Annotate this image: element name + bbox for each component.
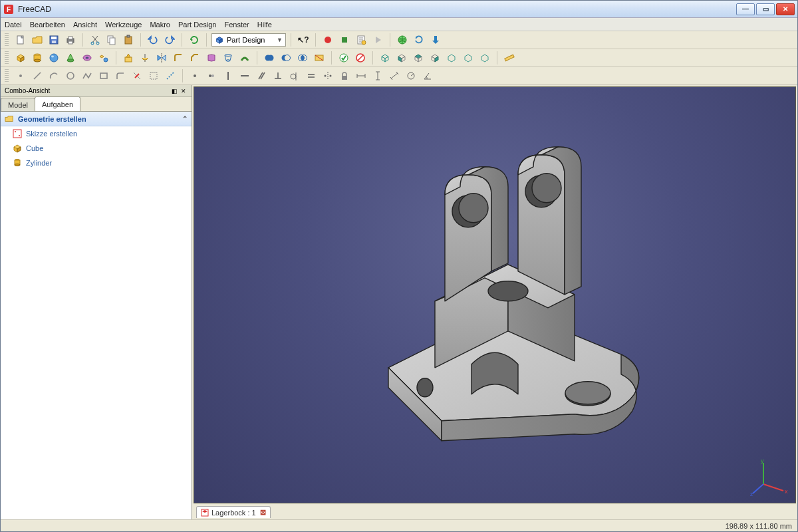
- collapse-icon[interactable]: ⌃: [182, 115, 188, 122]
- part-sweep-button[interactable]: [237, 51, 252, 65]
- macro-record-button[interactable]: [321, 33, 335, 47]
- sketch-construction-button[interactable]: [163, 68, 178, 83]
- constrain-equal-button[interactable]: [304, 68, 319, 83]
- open-file-button[interactable]: [30, 33, 45, 47]
- sketch-polyline-button[interactable]: [80, 68, 94, 83]
- menu-datei[interactable]: Datei: [5, 21, 22, 29]
- menu-ansicht[interactable]: Ansicht: [73, 21, 97, 29]
- 3d-viewport[interactable]: x y z: [194, 86, 796, 503]
- constrain-dist-button[interactable]: [387, 68, 402, 83]
- undo-button[interactable]: [146, 33, 160, 47]
- task-item-zylinder[interactable]: Zylinder: [1, 156, 192, 170]
- no-access-icon[interactable]: [353, 51, 368, 65]
- constrain-radius-button[interactable]: [404, 68, 418, 83]
- sketch-line-button[interactable]: [30, 68, 45, 83]
- toolbar-grip-icon[interactable]: [5, 69, 9, 82]
- constrain-hdist-button[interactable]: [354, 68, 368, 83]
- constrain-point-button[interactable]: [188, 68, 202, 83]
- tab-close-icon[interactable]: ⊠: [260, 508, 266, 517]
- macro-list-button[interactable]: [354, 33, 368, 47]
- boolean-cut-button[interactable]: [279, 51, 293, 65]
- part-primitives-button[interactable]: [96, 51, 111, 65]
- minimize-button[interactable]: —: [736, 3, 755, 15]
- tab-model[interactable]: Model: [1, 98, 35, 111]
- constrain-lock-button[interactable]: [337, 68, 352, 83]
- constrain-perpendicular-button[interactable]: [271, 68, 285, 83]
- check-geometry-button[interactable]: [336, 51, 351, 65]
- part-cone-button[interactable]: [63, 51, 78, 65]
- constrain-tangent-button[interactable]: [287, 68, 302, 83]
- paste-button[interactable]: [121, 33, 136, 47]
- part-revolve-button[interactable]: [138, 51, 152, 65]
- toolbar-grip-icon[interactable]: [5, 51, 9, 65]
- toolbar-grip-icon[interactable]: [5, 33, 9, 47]
- panel-title[interactable]: Combo-Ansicht ◧ ✕: [1, 85, 192, 97]
- part-loft-button[interactable]: [221, 51, 235, 65]
- menu-hilfe[interactable]: Hilfe: [257, 21, 272, 29]
- part-ruled-button[interactable]: [204, 51, 219, 65]
- menu-werkzeuge[interactable]: Werkzeuge: [105, 21, 142, 29]
- menu-makro[interactable]: Makro: [150, 21, 170, 29]
- view-right-button[interactable]: [428, 51, 442, 65]
- measure-button[interactable]: [502, 51, 517, 65]
- constrain-vertical-button[interactable]: [221, 68, 235, 83]
- maximize-button[interactable]: ▭: [756, 3, 775, 15]
- sketch-rectangle-button[interactable]: [96, 68, 111, 83]
- task-item-cube[interactable]: Cube: [1, 141, 192, 156]
- titlebar[interactable]: F FreeCAD — ▭ ✕: [1, 1, 797, 18]
- new-file-button[interactable]: [13, 33, 28, 47]
- sketch-point-button[interactable]: [13, 68, 28, 83]
- constrain-angle-button[interactable]: [420, 68, 435, 83]
- constrain-parallel-button[interactable]: [254, 68, 269, 83]
- task-item-sketch[interactable]: Skizze erstellen: [1, 126, 192, 141]
- undock-icon[interactable]: ◧: [170, 87, 178, 95]
- part-torus-button[interactable]: [80, 51, 94, 65]
- boolean-section-button[interactable]: [312, 51, 327, 65]
- menu-partdesign[interactable]: Part Design: [178, 21, 216, 29]
- refresh-button[interactable]: [187, 33, 201, 47]
- close-button[interactable]: ✕: [776, 3, 795, 15]
- tab-aufgaben[interactable]: Aufgaben: [35, 96, 80, 111]
- document-tab[interactable]: Lagerbock : 1 ⊠: [196, 506, 271, 518]
- sketch-trim-button[interactable]: [130, 68, 144, 83]
- web-refresh-button[interactable]: [412, 33, 426, 47]
- whats-this-button[interactable]: ↖?: [296, 33, 311, 47]
- part-box-button[interactable]: [13, 51, 28, 65]
- menu-fenster[interactable]: Fenster: [224, 21, 249, 29]
- boolean-common-button[interactable]: [295, 51, 310, 65]
- view-front-button[interactable]: [394, 51, 409, 65]
- view-bottom-button[interactable]: [461, 51, 475, 65]
- view-left-button[interactable]: [477, 51, 492, 65]
- constrain-horizontal-button[interactable]: [237, 68, 252, 83]
- part-sphere-button[interactable]: [47, 51, 61, 65]
- sketch-arc-button[interactable]: [47, 68, 61, 83]
- copy-button[interactable]: [104, 33, 119, 47]
- sketch-fillet-button[interactable]: [113, 68, 128, 83]
- axis-indicator[interactable]: x y z: [750, 458, 790, 497]
- sketch-external-button[interactable]: [146, 68, 161, 83]
- view-iso-button[interactable]: [378, 51, 392, 65]
- constrain-coincident-button[interactable]: [204, 68, 219, 83]
- print-button[interactable]: [63, 33, 78, 47]
- task-header[interactable]: Geometrie erstellen ⌃: [1, 112, 192, 126]
- part-mirror-button[interactable]: [154, 51, 169, 65]
- cut-button[interactable]: [88, 33, 102, 47]
- sketch-circle-button[interactable]: [63, 68, 78, 83]
- view-back-button[interactable]: [444, 51, 459, 65]
- constrain-vdist-button[interactable]: [370, 68, 385, 83]
- boolean-union-button[interactable]: [262, 51, 277, 65]
- menu-bearbeiten[interactable]: Bearbeiten: [30, 21, 65, 29]
- macro-stop-button[interactable]: [337, 33, 352, 47]
- redo-button[interactable]: [162, 33, 177, 47]
- web-home-button[interactable]: [395, 33, 410, 47]
- panel-close-icon[interactable]: ✕: [180, 87, 188, 95]
- download-button[interactable]: [428, 33, 443, 47]
- save-button[interactable]: [47, 33, 61, 47]
- part-fillet-button[interactable]: [171, 51, 186, 65]
- part-cylinder-button[interactable]: [30, 51, 45, 65]
- constrain-symmetric-button[interactable]: [321, 68, 335, 83]
- view-top-button[interactable]: [411, 51, 426, 65]
- part-chamfer-button[interactable]: [188, 51, 202, 65]
- macro-play-button[interactable]: [370, 33, 385, 47]
- part-extrude-button[interactable]: [121, 51, 136, 65]
